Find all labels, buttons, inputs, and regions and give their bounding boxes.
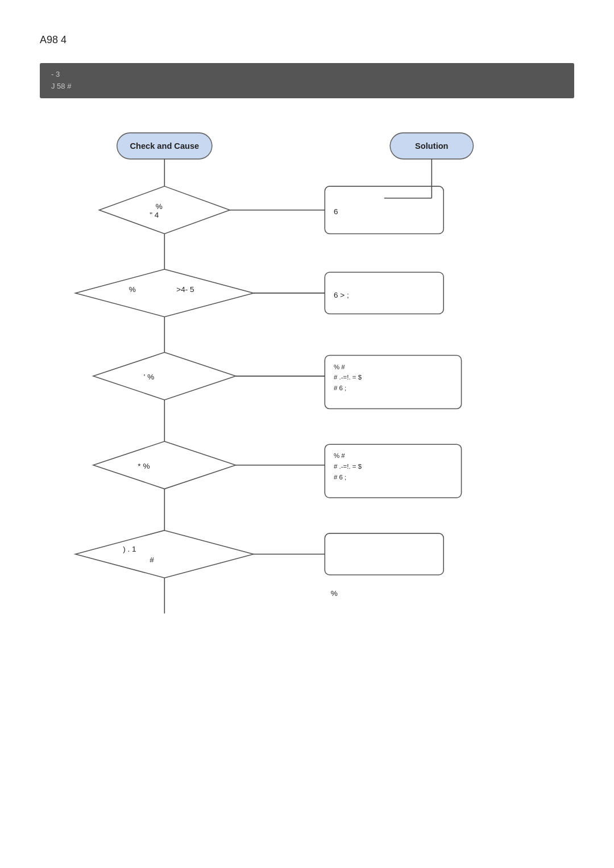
box2-text: 6 > ;: [334, 291, 349, 299]
diamond1-text: %: [156, 202, 163, 210]
diamond3-text: ' %: [144, 373, 154, 381]
diamond2-text2: >4- 5: [176, 285, 194, 293]
diagram-area: Check and Cause Solution % " 4 6 % >4- 5…: [40, 121, 574, 835]
svg-rect-18: [325, 444, 461, 498]
box4-line1: % #: [334, 452, 345, 459]
svg-marker-12: [93, 352, 236, 400]
svg-rect-22: [325, 533, 443, 574]
svg-marker-20: [76, 530, 254, 578]
toolbar-line1: - 3: [51, 69, 563, 81]
box4-line3: # 6 ;: [334, 473, 346, 480]
check-cause-label: Check and Cause: [130, 141, 199, 151]
diamond5-sub: #: [150, 556, 154, 564]
page-header: A98 4: [0, 0, 614, 57]
toolbar: - 3 J 58 #: [40, 63, 574, 98]
svg-marker-16: [93, 441, 236, 489]
toolbar-line2: J 58 #: [51, 81, 563, 93]
svg-rect-6: [325, 186, 443, 233]
diamond5-text: ) . 1: [123, 545, 136, 553]
diamond2-text: %: [129, 285, 136, 293]
flowchart: Check and Cause Solution % " 4 6 % >4- 5…: [40, 121, 574, 833]
footer-text: %: [331, 589, 338, 597]
diamond1-sub: " 4: [150, 211, 159, 219]
box1-text: 6: [334, 207, 338, 216]
svg-marker-8: [76, 269, 254, 317]
solution-label: Solution: [415, 141, 448, 151]
box3-line2: # .-=!. = $: [334, 374, 362, 381]
box3-line1: % #: [334, 363, 345, 370]
diamond4-text: * %: [138, 462, 150, 470]
svg-rect-14: [325, 355, 461, 408]
box3-line3: # 6 ;: [334, 385, 346, 391]
svg-marker-4: [99, 186, 230, 233]
box4-line2: # .-=!. = $: [334, 463, 362, 470]
page-title: A98 4: [40, 34, 67, 45]
